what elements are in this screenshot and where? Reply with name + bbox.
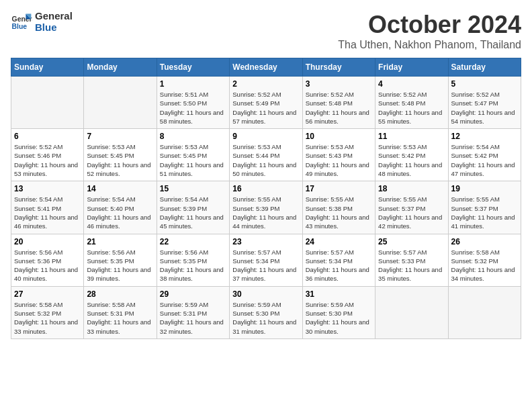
calendar-cell: 30Sunrise: 5:59 AMSunset: 5:30 PMDayligh… [230, 286, 302, 338]
calendar-cell [375, 286, 448, 338]
calendar-cell [84, 77, 157, 129]
calendar-cell: 19Sunrise: 5:55 AMSunset: 5:37 PMDayligh… [448, 181, 521, 234]
calendar-cell: 26Sunrise: 5:58 AMSunset: 5:32 PMDayligh… [448, 234, 521, 286]
day-number: 6 [14, 132, 81, 141]
day-number: 19 [451, 184, 518, 193]
day-number: 3 [306, 79, 372, 89]
calendar-cell: 1Sunrise: 5:51 AMSunset: 5:50 PMDaylight… [157, 77, 229, 129]
weekday-header-wednesday: Wednesday [230, 58, 302, 77]
day-info: Sunrise: 5:57 AMSunset: 5:33 PMDaylight:… [378, 248, 445, 283]
day-info: Sunrise: 5:55 AMSunset: 5:37 PMDaylight:… [451, 195, 518, 230]
day-info: Sunrise: 5:54 AMSunset: 5:41 PMDaylight:… [14, 195, 81, 230]
day-info: Sunrise: 5:54 AMSunset: 5:42 PMDaylight:… [451, 142, 518, 178]
day-number: 18 [378, 184, 445, 193]
day-info: Sunrise: 5:57 AMSunset: 5:34 PMDaylight:… [232, 248, 299, 283]
calendar-cell: 4Sunrise: 5:52 AMSunset: 5:48 PMDaylight… [375, 77, 448, 129]
day-info: Sunrise: 5:56 AMSunset: 5:36 PMDaylight:… [14, 248, 81, 283]
day-info: Sunrise: 5:54 AMSunset: 5:39 PMDaylight:… [160, 195, 226, 230]
calendar-title: October 2024 [338, 11, 521, 39]
day-info: Sunrise: 5:52 AMSunset: 5:46 PMDaylight:… [14, 142, 81, 178]
calendar-week-row: 27Sunrise: 5:58 AMSunset: 5:32 PMDayligh… [11, 286, 521, 338]
day-info: Sunrise: 5:51 AMSunset: 5:50 PMDaylight:… [160, 90, 226, 126]
title-section: October 2024 Tha Uthen, Nakhon Phanom, T… [338, 11, 521, 51]
day-number: 8 [160, 132, 226, 141]
day-info: Sunrise: 5:59 AMSunset: 5:30 PMDaylight:… [306, 300, 372, 336]
day-info: Sunrise: 5:58 AMSunset: 5:31 PMDaylight:… [87, 300, 153, 336]
day-info: Sunrise: 5:52 AMSunset: 5:47 PMDaylight:… [451, 90, 518, 126]
day-info: Sunrise: 5:52 AMSunset: 5:48 PMDaylight:… [306, 90, 372, 126]
calendar-cell: 7Sunrise: 5:53 AMSunset: 5:45 PMDaylight… [84, 129, 157, 181]
calendar-cell: 10Sunrise: 5:53 AMSunset: 5:43 PMDayligh… [302, 129, 375, 181]
logo-blue: Blue [35, 22, 73, 34]
logo-general: General [35, 11, 73, 22]
day-info: Sunrise: 5:53 AMSunset: 5:42 PMDaylight:… [378, 142, 445, 178]
calendar-cell [11, 77, 84, 129]
day-number: 2 [232, 79, 299, 89]
calendar-cell: 29Sunrise: 5:59 AMSunset: 5:31 PMDayligh… [157, 286, 229, 338]
day-info: Sunrise: 5:52 AMSunset: 5:48 PMDaylight:… [378, 90, 445, 126]
day-number: 10 [306, 132, 372, 141]
calendar-cell: 14Sunrise: 5:54 AMSunset: 5:40 PMDayligh… [84, 181, 157, 234]
day-number: 21 [87, 237, 153, 246]
calendar-cell: 13Sunrise: 5:54 AMSunset: 5:41 PMDayligh… [11, 181, 84, 234]
calendar-cell: 17Sunrise: 5:55 AMSunset: 5:38 PMDayligh… [302, 181, 375, 234]
weekday-header-monday: Monday [84, 58, 157, 77]
calendar-cell: 28Sunrise: 5:58 AMSunset: 5:31 PMDayligh… [84, 286, 157, 338]
calendar-cell: 31Sunrise: 5:59 AMSunset: 5:30 PMDayligh… [302, 286, 375, 338]
day-number: 12 [451, 132, 518, 141]
day-number: 16 [232, 184, 299, 193]
day-number: 15 [160, 184, 226, 193]
day-number: 27 [14, 289, 81, 299]
calendar-cell: 23Sunrise: 5:57 AMSunset: 5:34 PMDayligh… [230, 234, 302, 286]
weekday-header-saturday: Saturday [448, 58, 521, 77]
day-info: Sunrise: 5:59 AMSunset: 5:31 PMDaylight:… [160, 300, 226, 336]
calendar-cell: 3Sunrise: 5:52 AMSunset: 5:48 PMDaylight… [302, 77, 375, 129]
calendar-cell: 8Sunrise: 5:53 AMSunset: 5:45 PMDaylight… [157, 129, 229, 181]
calendar-cell: 5Sunrise: 5:52 AMSunset: 5:47 PMDaylight… [448, 77, 521, 129]
calendar-cell: 20Sunrise: 5:56 AMSunset: 5:36 PMDayligh… [11, 234, 84, 286]
day-number: 11 [378, 132, 445, 141]
calendar-week-row: 6Sunrise: 5:52 AMSunset: 5:46 PMDaylight… [11, 129, 521, 181]
calendar-cell: 24Sunrise: 5:57 AMSunset: 5:34 PMDayligh… [302, 234, 375, 286]
day-number: 28 [87, 289, 153, 299]
calendar-subtitle: Tha Uthen, Nakhon Phanom, Thailand [338, 39, 521, 51]
day-info: Sunrise: 5:53 AMSunset: 5:45 PMDaylight:… [160, 142, 226, 178]
weekday-header-row: SundayMondayTuesdayWednesdayThursdayFrid… [11, 58, 521, 77]
svg-text:Blue: Blue [12, 23, 28, 30]
day-number: 13 [14, 184, 81, 193]
day-number: 25 [378, 237, 445, 246]
calendar-cell: 11Sunrise: 5:53 AMSunset: 5:42 PMDayligh… [375, 129, 448, 181]
day-info: Sunrise: 5:55 AMSunset: 5:37 PMDaylight:… [378, 195, 445, 230]
calendar-week-row: 20Sunrise: 5:56 AMSunset: 5:36 PMDayligh… [11, 234, 521, 286]
day-number: 9 [232, 132, 299, 141]
day-info: Sunrise: 5:56 AMSunset: 5:35 PMDaylight:… [160, 248, 226, 283]
logo: General Blue General Blue [11, 11, 73, 33]
day-number: 1 [160, 79, 226, 89]
day-number: 5 [451, 79, 518, 89]
day-number: 29 [160, 289, 226, 299]
day-number: 30 [232, 289, 299, 299]
weekday-header-friday: Friday [375, 58, 448, 77]
day-number: 20 [14, 237, 81, 246]
calendar-cell: 15Sunrise: 5:54 AMSunset: 5:39 PMDayligh… [157, 181, 229, 234]
weekday-header-tuesday: Tuesday [157, 58, 229, 77]
calendar-cell: 12Sunrise: 5:54 AMSunset: 5:42 PMDayligh… [448, 129, 521, 181]
day-number: 23 [232, 237, 299, 246]
day-info: Sunrise: 5:53 AMSunset: 5:45 PMDaylight:… [87, 142, 153, 178]
calendar-cell [448, 286, 521, 338]
day-number: 17 [306, 184, 372, 193]
day-number: 7 [87, 132, 153, 141]
day-number: 24 [306, 237, 372, 246]
calendar-cell: 27Sunrise: 5:58 AMSunset: 5:32 PMDayligh… [11, 286, 84, 338]
logo-icon: General Blue [11, 13, 32, 32]
day-info: Sunrise: 5:58 AMSunset: 5:32 PMDaylight:… [451, 248, 518, 283]
weekday-header-thursday: Thursday [302, 58, 375, 77]
calendar-cell: 21Sunrise: 5:56 AMSunset: 5:35 PMDayligh… [84, 234, 157, 286]
day-info: Sunrise: 5:59 AMSunset: 5:30 PMDaylight:… [232, 300, 299, 336]
weekday-header-sunday: Sunday [11, 58, 84, 77]
day-number: 22 [160, 237, 226, 246]
day-number: 4 [378, 79, 445, 89]
calendar-cell: 6Sunrise: 5:52 AMSunset: 5:46 PMDaylight… [11, 129, 84, 181]
day-info: Sunrise: 5:58 AMSunset: 5:32 PMDaylight:… [14, 300, 81, 336]
day-info: Sunrise: 5:55 AMSunset: 5:38 PMDaylight:… [306, 195, 372, 230]
